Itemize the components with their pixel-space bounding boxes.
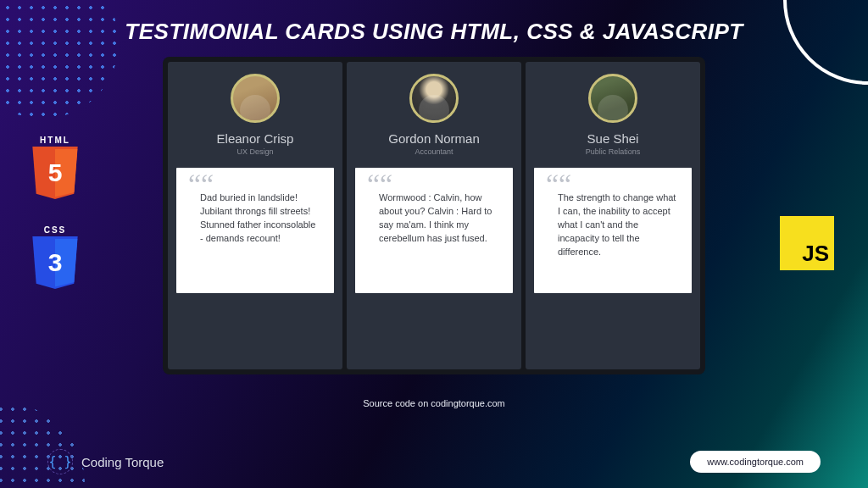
testimonial-card: Eleanor Crisp UX Design ““ Dad buried in…	[168, 62, 342, 369]
quote-box: ““ The strength to change what I can, th…	[534, 168, 692, 293]
avatar	[409, 74, 459, 123]
html5-label: HTML	[25, 136, 85, 145]
person-role: Accountant	[415, 147, 453, 156]
testimonial-card: Sue Shei Public Relations ““ The strengt…	[526, 62, 700, 369]
page-title: TESTIMONIAL CARDS USING HTML, CSS & JAVA…	[0, 0, 868, 57]
brand-icon: { }	[47, 449, 73, 474]
css3-glyph: 3	[48, 248, 63, 277]
quote-box: ““ Wormwood : Calvin, how about you? Cal…	[355, 168, 513, 293]
html5-glyph: 5	[48, 158, 63, 187]
html5-logo-icon: HTML 5	[25, 136, 85, 203]
source-code-line: Source code on codingtorque.com	[0, 398, 868, 408]
footer-row: { } Coding Torque www.codingtorque.com	[0, 449, 868, 474]
css3-label: CSS	[25, 225, 85, 235]
website-button[interactable]: www.codingtorque.com	[690, 451, 821, 473]
decorative-dots-bottom-left	[0, 403, 85, 488]
person-name: Gordon Norman	[388, 131, 480, 146]
quote-text: The strength to change what I can, the i…	[546, 191, 680, 259]
person-role: Public Relations	[586, 147, 641, 156]
quote-mark-icon: ““	[367, 176, 501, 191]
brand-name: Coding Torque	[81, 455, 164, 469]
quote-mark-icon: ““	[546, 176, 680, 191]
quote-text: Wormwood : Calvin, how about you? Calvin…	[367, 191, 501, 246]
css3-logo-icon: CSS 3	[25, 225, 85, 289]
js-glyph: JS	[802, 241, 829, 267]
testimonial-card: Gordon Norman Accountant ““ Wormwood : C…	[347, 62, 521, 369]
quote-mark-icon: ““	[188, 176, 322, 191]
decorative-arc-top-right	[783, 0, 868, 85]
quote-box: ““ Dad buried in landslide! Jubilant thr…	[176, 168, 334, 293]
avatar	[588, 74, 637, 123]
quote-text: Dad buried in landslide! Jubilant throng…	[188, 191, 322, 246]
avatar	[231, 74, 280, 123]
brand: { } Coding Torque	[47, 449, 164, 474]
js-logo-icon: JS	[780, 216, 834, 270]
testimonial-preview-area: Eleanor Crisp UX Design ““ Dad buried in…	[163, 57, 705, 374]
person-role: UX Design	[236, 147, 273, 156]
decorative-dots-top-left	[0, 0, 119, 119]
person-name: Eleanor Crisp	[217, 131, 294, 146]
tech-logos-left: HTML 5 CSS 3	[25, 136, 85, 289]
person-name: Sue Shei	[587, 131, 639, 146]
